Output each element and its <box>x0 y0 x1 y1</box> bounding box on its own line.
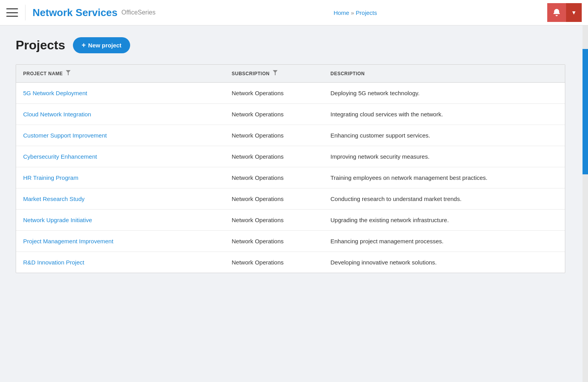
project-name-cell: HR Training Program <box>16 167 225 188</box>
subscription-cell: Network Operations <box>225 125 323 146</box>
project-name-cell: Cybersecurity Enhancement <box>16 146 225 167</box>
project-name-cell: Network Upgrade Initiative <box>16 210 225 231</box>
breadcrumb: Home » Projects <box>334 9 377 16</box>
header: Network Services OfficeSeries Home » Pro… <box>0 0 588 25</box>
description-cell: Deploying 5G network technology. <box>323 83 565 104</box>
subscription-cell: Network Operations <box>225 104 323 125</box>
breadcrumb-separator: » <box>351 9 354 16</box>
bell-icon <box>552 8 561 17</box>
project-name-cell: 5G Network Deployment <box>16 83 225 104</box>
project-name-link[interactable]: Cloud Network Integration <box>23 111 91 118</box>
main-content: Projects + New project PROJECT NAME <box>0 25 588 285</box>
table-row: Cloud Network IntegrationNetwork Operati… <box>16 104 565 125</box>
description-cell: Upgrading the existing network infrastru… <box>323 210 565 231</box>
project-name-cell: Cloud Network Integration <box>16 104 225 125</box>
table-row: Network Upgrade InitiativeNetwork Operat… <box>16 210 565 231</box>
table-row: Customer Support ImprovementNetwork Oper… <box>16 125 565 146</box>
svg-marker-0 <box>66 70 71 75</box>
table-body: 5G Network DeploymentNetwork OperationsD… <box>16 83 565 273</box>
subscription-cell: Network Operations <box>225 167 323 188</box>
table-row: Project Management ImprovementNetwork Op… <box>16 231 565 252</box>
app-subtitle: OfficeSeries <box>122 9 156 16</box>
subscription-cell: Network Operations <box>225 188 323 210</box>
subscription-cell: Network Operations <box>225 83 323 104</box>
subscription-cell: Network Operations <box>225 210 323 231</box>
filter-icon-subscription[interactable] <box>273 70 278 77</box>
col-header-description: DESCRIPTION <box>323 65 565 83</box>
breadcrumb-home[interactable]: Home <box>334 9 349 16</box>
project-name-link[interactable]: Customer Support Improvement <box>23 132 107 139</box>
project-name-link[interactable]: Network Upgrade Initiative <box>23 217 92 223</box>
project-name-cell: Project Management Improvement <box>16 231 225 252</box>
header-dropdown-button[interactable]: ▼ <box>566 3 582 22</box>
col-header-name[interactable]: PROJECT NAME <box>16 65 225 83</box>
new-project-label: New project <box>88 42 122 49</box>
project-name-link[interactable]: Project Management Improvement <box>23 238 113 244</box>
table-row: Cybersecurity EnhancementNetwork Operati… <box>16 146 565 167</box>
page-title: Projects <box>16 38 65 53</box>
menu-icon[interactable] <box>6 8 18 17</box>
description-cell: Enhancing project management processes. <box>323 231 565 252</box>
project-name-cell: R&D Innovation Project <box>16 252 225 273</box>
subscription-cell: Network Operations <box>225 252 323 273</box>
subscription-cell: Network Operations <box>225 146 323 167</box>
project-name-cell: Customer Support Improvement <box>16 125 225 146</box>
chevron-down-icon: ▼ <box>571 9 577 16</box>
project-name-link[interactable]: HR Training Program <box>23 174 78 181</box>
description-cell: Training employees on network management… <box>323 167 565 188</box>
projects-table-container: PROJECT NAME SUBSCRIPTION <box>16 64 565 273</box>
table-row: 5G Network DeploymentNetwork OperationsD… <box>16 83 565 104</box>
col-header-subscription[interactable]: SUBSCRIPTION <box>225 65 323 83</box>
header-divider <box>25 5 25 20</box>
table-header: PROJECT NAME SUBSCRIPTION <box>16 65 565 83</box>
project-name-link[interactable]: Market Research Study <box>23 196 85 202</box>
description-cell: Developing innovative network solutions. <box>323 252 565 273</box>
header-actions: ▼ <box>547 3 582 22</box>
subscription-cell: Network Operations <box>225 231 323 252</box>
project-name-link[interactable]: 5G Network Deployment <box>23 90 87 96</box>
project-name-link[interactable]: Cybersecurity Enhancement <box>23 153 97 160</box>
projects-table: PROJECT NAME SUBSCRIPTION <box>16 65 565 273</box>
new-project-button[interactable]: + New project <box>73 37 130 53</box>
breadcrumb-current: Projects <box>356 9 377 16</box>
table-row: HR Training ProgramNetwork OperationsTra… <box>16 167 565 188</box>
filter-icon-name[interactable] <box>66 70 71 77</box>
page-header: Projects + New project <box>16 37 572 53</box>
project-name-cell: Market Research Study <box>16 188 225 210</box>
project-name-link[interactable]: R&D Innovation Project <box>23 259 84 266</box>
description-cell: Integrating cloud services with the netw… <box>323 104 565 125</box>
description-cell: Improving network security measures. <box>323 146 565 167</box>
description-cell: Enhancing customer support services. <box>323 125 565 146</box>
scrollbar-track[interactable] <box>583 25 588 382</box>
plus-icon: + <box>82 41 86 49</box>
table-row: Market Research StudyNetwork OperationsC… <box>16 188 565 210</box>
svg-marker-1 <box>273 70 278 75</box>
notification-bell-button[interactable] <box>547 3 566 22</box>
app-title: Network Services <box>33 7 118 19</box>
scrollbar-thumb[interactable] <box>583 49 588 174</box>
table-row: R&D Innovation ProjectNetwork Operations… <box>16 252 565 273</box>
description-cell: Conducting research to understand market… <box>323 188 565 210</box>
